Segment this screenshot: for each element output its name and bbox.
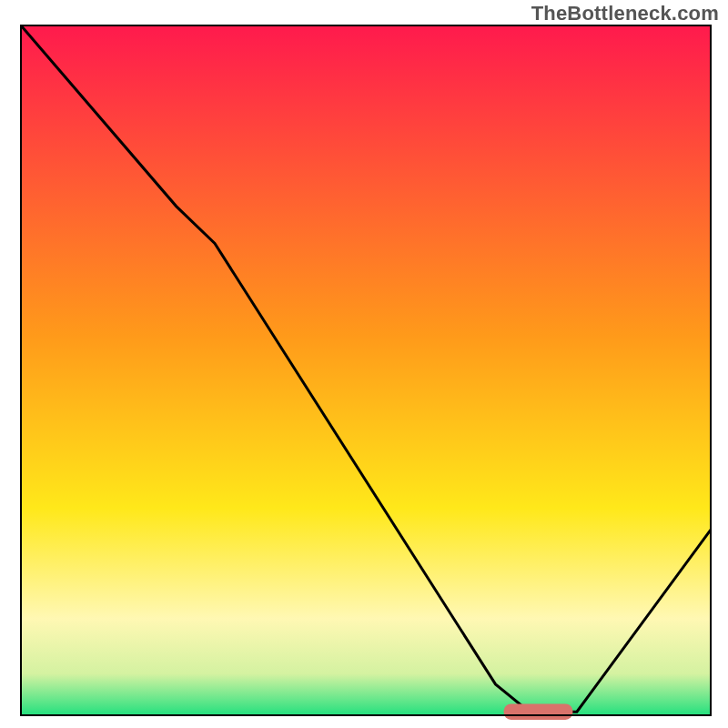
chart-container: TheBottleneck.com	[0, 0, 728, 728]
optimal-range-marker	[504, 703, 573, 719]
plot-background	[21, 25, 711, 715]
bottleneck-chart	[0, 0, 728, 728]
watermark-text: TheBottleneck.com	[531, 2, 719, 25]
